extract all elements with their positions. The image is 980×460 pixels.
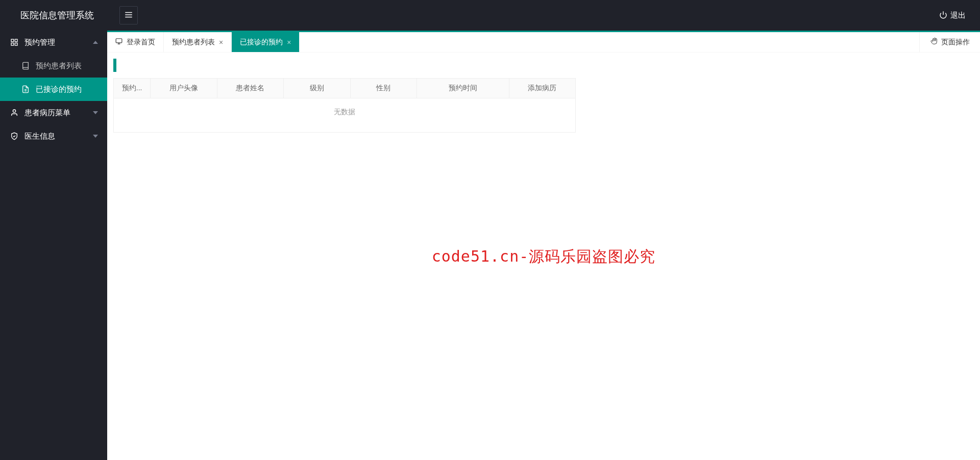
table-column-header: 用户头像 xyxy=(151,79,217,98)
close-icon[interactable]: × xyxy=(287,38,291,46)
tab-received-appointments[interactable]: 已接诊的预约 × xyxy=(232,32,300,52)
page-ops-label: 页面操作 xyxy=(941,38,970,47)
logout-label: 退出 xyxy=(950,11,966,20)
sidebar-item-label: 预约管理 xyxy=(24,38,55,47)
hand-icon xyxy=(930,37,938,47)
tab-label: 登录首页 xyxy=(127,38,155,47)
tab-home[interactable]: 登录首页 xyxy=(107,32,164,52)
main-content: 登录首页 预约患者列表 × 已接诊的预约 × 页面操作 预约 xyxy=(107,31,980,460)
menu-toggle-button[interactable] xyxy=(119,6,138,24)
header: 医院信息管理系统 退出 xyxy=(0,0,980,31)
sidebar-item-label: 患者病历菜单 xyxy=(24,108,70,118)
book-icon xyxy=(21,62,31,70)
sidebar-item-received-appointments[interactable]: 已接诊的预约 xyxy=(0,78,107,101)
table-column-header: 性别 xyxy=(350,79,416,98)
table-column-header: 添加病历 xyxy=(509,79,575,98)
page-operations-button[interactable]: 页面操作 xyxy=(919,32,980,52)
tabs-bar: 登录首页 预约患者列表 × 已接诊的预约 × 页面操作 xyxy=(107,32,980,53)
sidebar-item-label: 医生信息 xyxy=(24,132,55,141)
watermark-text: code51.cn-源码乐园盗图必究 xyxy=(432,246,656,267)
tab-label: 预约患者列表 xyxy=(172,38,215,47)
svg-rect-4 xyxy=(11,39,14,42)
table-column-header: 级别 xyxy=(284,79,350,98)
table-column-header: 患者姓名 xyxy=(217,79,283,98)
svg-rect-6 xyxy=(15,43,17,45)
data-table: 预约...用户头像患者姓名级别性别预约时间添加病历 xyxy=(113,78,576,98)
close-icon[interactable]: × xyxy=(219,38,223,46)
sidebar-item-medical-records[interactable]: 患者病历菜单 xyxy=(0,101,107,124)
tab-label: 已接诊的预约 xyxy=(240,38,283,47)
app-title: 医院信息管理系统 xyxy=(0,0,107,31)
svg-rect-5 xyxy=(15,39,17,42)
monitor-icon xyxy=(115,38,122,46)
sidebar: 预约管理 预约患者列表 已接诊的预约 患者病历菜单 xyxy=(0,31,107,460)
chevron-up-icon xyxy=(93,41,98,44)
sidebar-item-appointment-manage[interactable]: 预约管理 xyxy=(0,31,107,54)
svg-point-10 xyxy=(13,110,15,112)
table-column-header: 预约... xyxy=(114,79,151,98)
user-icon xyxy=(10,109,19,117)
page-content: 预约...用户头像患者姓名级别性别预约时间添加病历 无数据 code51.cn-… xyxy=(107,53,980,460)
table-header-row: 预约...用户头像患者姓名级别性别预约时间添加病历 xyxy=(114,79,576,98)
no-data-text: 无数据 xyxy=(113,98,576,133)
table-column-header: 预约时间 xyxy=(416,79,509,98)
sidebar-item-label: 已接诊的预约 xyxy=(36,85,82,94)
power-icon xyxy=(939,11,947,20)
file-icon xyxy=(21,85,31,93)
tab-patient-list[interactable]: 预约患者列表 × xyxy=(164,32,232,52)
sidebar-item-doctor-info[interactable]: 医生信息 xyxy=(0,124,107,148)
grid-icon xyxy=(10,38,19,46)
hamburger-icon xyxy=(124,10,133,21)
svg-rect-7 xyxy=(11,43,14,45)
sidebar-item-label: 预约患者列表 xyxy=(36,61,82,71)
card-marker xyxy=(113,59,116,72)
shield-icon xyxy=(10,132,19,140)
chevron-down-icon xyxy=(93,135,98,138)
sidebar-item-patient-list[interactable]: 预约患者列表 xyxy=(0,54,107,78)
chevron-down-icon xyxy=(93,111,98,114)
svg-rect-11 xyxy=(116,39,122,43)
logout-button[interactable]: 退出 xyxy=(925,0,980,31)
